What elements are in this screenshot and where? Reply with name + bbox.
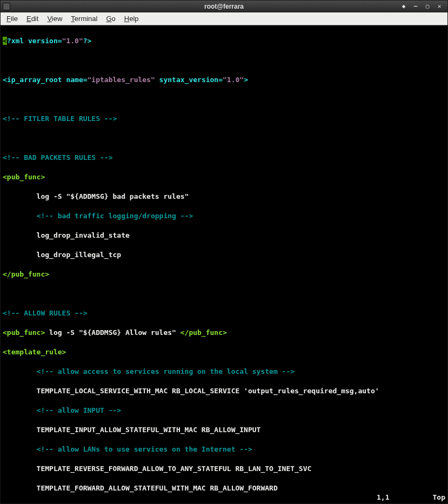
xml-version: "1.0" — [62, 37, 83, 45]
log-bad: log -S "${ADDMSG} bad packets rules" — [3, 192, 189, 200]
cursor: < — [3, 37, 7, 45]
pub-func-close: </pub_func> — [3, 270, 49, 278]
template-rule-open: <template_rule> — [3, 348, 66, 356]
root-open: <ip_array_root — [3, 76, 66, 84]
menu-edit[interactable]: Edit — [23, 14, 42, 24]
comment-local: <!-- allow access to services running on… — [37, 367, 295, 375]
xml-attr: version — [28, 37, 58, 45]
menu-help[interactable]: Help — [121, 14, 143, 24]
comment-filter: <!-- FITLER TABLE RULES --> — [3, 115, 117, 123]
comment-lans: <!-- allow LANs to use services on the I… — [37, 445, 252, 453]
log-drop-illegal: log_drop_illegal_tcp — [3, 251, 121, 259]
vim-status-line: 1,1 Top — [3, 493, 445, 502]
menubar: File Edit View Terminal Go Help — [1, 12, 447, 25]
titlebar-controls: ◆ — ▢ ✕ — [398, 2, 445, 11]
tpl-rev: TEMPLATE_REVERSE_FORWARD_ALLOW_TO_ANY_ST… — [3, 465, 311, 473]
sticky-button[interactable]: ◆ — [398, 2, 410, 11]
maximize-button[interactable]: ▢ — [422, 2, 433, 11]
titlebar-left — [3, 3, 10, 10]
terminal-viewport[interactable]: <?xml version="1.0"?> <ip_array_root nam… — [1, 25, 447, 503]
titlebar[interactable]: root@ferrara ◆ — ▢ ✕ — [1, 1, 447, 12]
menu-go[interactable]: Go — [102, 14, 119, 24]
tpl-input: TEMPLATE_INPUT_ALLOW_STATEFUL_WITH_MAC R… — [3, 426, 260, 434]
comment-bad-traffic: <!-- bad traffic logging/dropping --> — [37, 212, 193, 220]
menu-file[interactable]: File — [3, 14, 22, 24]
pub-func-open: <pub_func> — [3, 173, 45, 181]
comment-allow: <!-- ALLOW RULES --> — [3, 309, 88, 317]
log-allow: log -S "${ADDMSG} Allow rules" — [45, 328, 180, 337]
xml-decl-lead: ?xml — [7, 37, 28, 45]
log-drop-invalid: log_drop_invalid_state — [3, 231, 130, 239]
close-button[interactable]: ✕ — [433, 2, 445, 11]
scroll-position: Top — [433, 493, 445, 502]
menu-terminal[interactable]: Terminal — [67, 14, 101, 24]
comment-bad: <!-- BAD PACKETS RULES --> — [3, 153, 113, 162]
tpl-local: TEMPLATE_LOCAL_SERVICE_WITH_MAC RB_LOCAL… — [3, 387, 379, 395]
comment-input: <!-- allow INPUT --> — [37, 406, 122, 414]
tpl-fwd: TEMPLATE_FORWARD_ALLOW_STATEFUL_WITH_MAC… — [3, 484, 278, 492]
minimize-button[interactable]: — — [410, 2, 422, 11]
app-icon — [3, 3, 10, 10]
window-title: root@ferrara — [204, 3, 244, 10]
menu-view[interactable]: View — [43, 14, 66, 24]
terminal-window: root@ferrara ◆ — ▢ ✕ File Edit View Term… — [0, 0, 448, 504]
cursor-position: 1,1 — [377, 493, 389, 502]
